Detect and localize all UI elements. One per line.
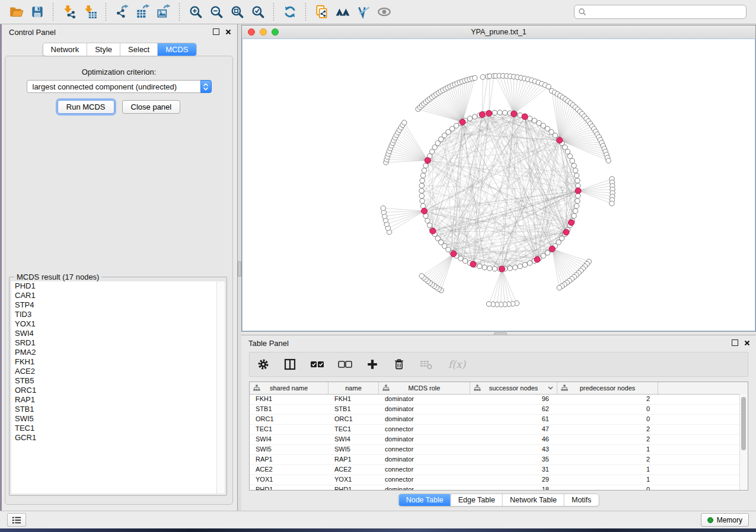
deselect-all-button[interactable] — [338, 359, 352, 370]
checked-boxes-icon — [310, 359, 324, 370]
tab-select[interactable]: Select — [120, 43, 157, 56]
scrollbar-thumb[interactable] — [741, 397, 746, 450]
list-item[interactable]: SWI5 — [11, 414, 225, 424]
list-item[interactable]: PMA2 — [11, 348, 225, 357]
list-item[interactable]: CAR1 — [11, 291, 225, 300]
table-row[interactable]: ORC1ORC1dominator610 — [250, 415, 748, 425]
list-item[interactable]: SWI4 — [11, 329, 225, 338]
export-image-button[interactable] — [155, 4, 172, 21]
table-scrollbar[interactable] — [739, 394, 748, 490]
list-item[interactable]: TEC1 — [11, 424, 225, 433]
table-settings-button[interactable] — [257, 358, 270, 371]
list-item[interactable]: GCR1 — [11, 433, 225, 443]
tab-edge-table[interactable]: Edge Table — [451, 494, 502, 506]
close-panel-icon[interactable] — [744, 340, 750, 346]
add-column-button[interactable] — [366, 358, 379, 371]
column-header-pred[interactable]: predecessor nodes — [557, 382, 658, 394]
run-mcds-button[interactable]: Run MCDS — [58, 100, 114, 114]
split-view-button[interactable] — [283, 358, 296, 371]
cell-role: connector — [379, 475, 470, 485]
list-item[interactable]: RAP1 — [11, 395, 225, 405]
list-item[interactable]: STB1 — [11, 405, 225, 414]
list-item[interactable]: YOX1 — [11, 319, 225, 329]
mcds-result-group: MCDS result (17 nodes) PHD1CAR1STP4TID3Y… — [9, 277, 227, 496]
first-neighbors-button[interactable] — [334, 4, 351, 21]
network-graph[interactable] — [242, 39, 755, 331]
table-row[interactable]: TEC1TEC1connector472 — [250, 425, 748, 435]
control-panel: Control Panel NetworkStyleSelectMCDS Opt… — [2, 24, 238, 511]
column-type-icon — [561, 384, 568, 392]
zoom-fit-button[interactable] — [228, 4, 245, 21]
cell-role: dominator — [379, 405, 470, 414]
network-window-titlebar[interactable]: YPA_prune.txt_1 — [242, 25, 755, 39]
table-row[interactable]: YOX1YOX1connector291 — [250, 475, 748, 485]
select-all-button[interactable] — [310, 359, 324, 370]
tab-style[interactable]: Style — [87, 43, 120, 56]
open-session-button[interactable] — [8, 4, 25, 21]
tab-node-table[interactable]: Node Table — [399, 494, 451, 506]
import-table-button[interactable] — [81, 4, 98, 21]
vizmapper-button[interactable] — [355, 4, 372, 21]
delete-column-button[interactable] — [393, 358, 406, 371]
export-table-button[interactable] — [134, 4, 151, 21]
table-row[interactable]: FKH1FKH1dominator962 — [250, 395, 748, 405]
column-label: predecessor nodes — [580, 384, 636, 392]
close-window-icon[interactable] — [248, 28, 255, 36]
tab-network[interactable]: Network — [43, 43, 87, 56]
close-panel-button[interactable]: Close panel — [122, 100, 181, 114]
import-network-button[interactable] — [60, 4, 78, 21]
minimize-window-icon[interactable] — [260, 28, 267, 36]
column-header-shared[interactable]: shared name — [250, 382, 328, 394]
list-item[interactable]: SRD1 — [11, 338, 225, 348]
column-header-name[interactable]: name — [328, 382, 379, 394]
dropdown-selected-value: largest connected component (undirected) — [27, 82, 200, 91]
float-panel-icon[interactable] — [732, 339, 738, 346]
new-network-from-selection-button[interactable] — [313, 4, 330, 21]
save-session-button[interactable] — [28, 4, 46, 21]
list-item[interactable]: TID3 — [11, 310, 225, 319]
column-header-succ[interactable]: successor nodes — [470, 382, 557, 394]
cell-name: YOX1 — [328, 475, 379, 485]
mcds-list-scrollbar[interactable] — [216, 281, 225, 493]
tab-mcds[interactable]: MCDS — [157, 43, 196, 56]
export-network-button[interactable] — [113, 4, 130, 21]
network-canvas[interactable] — [242, 39, 755, 331]
list-item[interactable]: ACE2 — [11, 367, 225, 376]
zoom-in-button[interactable] — [187, 4, 204, 21]
toolbar-separator — [179, 3, 180, 21]
tab-motifs[interactable]: Motifs — [564, 494, 598, 506]
show-hide-graphics-button[interactable] — [375, 4, 393, 21]
list-item[interactable]: PHD1 — [11, 281, 225, 291]
cell-name: STB1 — [328, 405, 379, 414]
table-row[interactable]: PHD1PHD1dominator180 — [250, 485, 748, 491]
table-row[interactable]: ACE2ACE2connector311 — [250, 465, 748, 475]
column-label: shared name — [270, 384, 308, 392]
function-builder-button[interactable]: f(x) — [447, 358, 467, 371]
document-share-icon — [314, 4, 330, 20]
search-input[interactable] — [586, 6, 746, 18]
tab-network-table[interactable]: Network Table — [502, 494, 564, 506]
memory-button[interactable]: Memory — [701, 513, 749, 527]
list-item[interactable]: STP4 — [11, 300, 225, 310]
float-panel-icon[interactable] — [213, 28, 219, 35]
refresh-view-button[interactable] — [281, 4, 298, 21]
table-row[interactable]: SWI5SWI5connector431 — [250, 445, 748, 455]
show-panels-list-button[interactable] — [7, 513, 26, 527]
delete-table-button[interactable] — [419, 358, 433, 370]
maximize-window-icon[interactable] — [272, 28, 279, 36]
table-row[interactable]: SWI4SWI4dominator462 — [250, 435, 748, 445]
column-header-role[interactable]: MCDS role — [379, 382, 470, 394]
optimization-criterion-dropdown[interactable]: largest connected component (undirected) — [27, 80, 212, 93]
column-type-icon — [474, 384, 481, 392]
list-item[interactable]: ORC1 — [11, 386, 225, 395]
list-item[interactable]: FKH1 — [11, 357, 225, 367]
sort-caret-icon[interactable] — [548, 386, 553, 390]
table-row[interactable]: RAP1RAP1dominator352 — [250, 455, 748, 465]
zoom-out-button[interactable] — [208, 4, 225, 21]
table-row[interactable]: STB1STB1dominator620 — [250, 405, 748, 415]
zoom-selected-button[interactable] — [249, 4, 266, 21]
list-item[interactable]: STB5 — [11, 376, 225, 386]
cell-name: ORC1 — [328, 415, 379, 424]
zoom-out-icon — [209, 4, 224, 20]
close-panel-icon[interactable] — [225, 29, 231, 35]
